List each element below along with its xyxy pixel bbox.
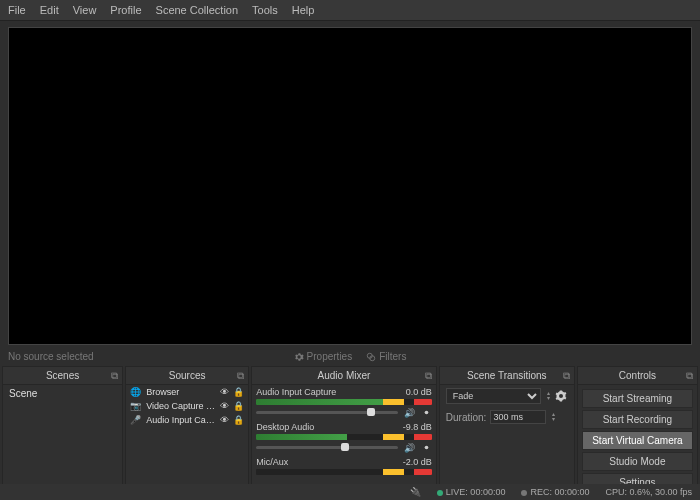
channel-db: -9.8 dB (403, 422, 432, 432)
preview-canvas[interactable] (8, 27, 692, 345)
menu-view[interactable]: View (73, 4, 97, 16)
mixer-title: Audio Mixer (318, 370, 371, 381)
volume-slider[interactable] (256, 411, 398, 414)
menu-scene-collection[interactable]: Scene Collection (156, 4, 239, 16)
popout-icon[interactable]: ⧉ (111, 370, 118, 382)
menu-help[interactable]: Help (292, 4, 315, 16)
transition-select[interactable]: Fade (446, 388, 541, 404)
properties-button[interactable]: Properties (294, 351, 353, 362)
scene-item[interactable]: Scene (3, 385, 122, 402)
sources-title: Sources (169, 370, 206, 381)
channel-name: Desktop Audio (256, 422, 314, 432)
source-label: Browser (146, 387, 216, 397)
menu-bar: FileEditViewProfileScene CollectionTools… (0, 0, 700, 21)
menu-profile[interactable]: Profile (110, 4, 141, 16)
audio-meter (256, 399, 432, 405)
channel-gear-button[interactable] (421, 442, 432, 453)
live-status: LIVE: 00:00:00 (437, 487, 506, 497)
lock-toggle[interactable]: 🔒 (233, 401, 244, 411)
menu-edit[interactable]: Edit (40, 4, 59, 16)
source-toolbar: No source selected Properties Filters (0, 347, 700, 366)
studio-mode-button[interactable]: Studio Mode (582, 452, 693, 471)
lock-toggle[interactable]: 🔒 (233, 415, 244, 425)
visibility-toggle[interactable]: 👁 (220, 415, 229, 425)
filters-button[interactable]: Filters (366, 351, 406, 362)
menu-file[interactable]: File (8, 4, 26, 16)
source-row[interactable]: 🌐Browser👁🔒 (126, 385, 248, 399)
gear-icon (421, 442, 432, 453)
transitions-panel: Scene Transitions⧉ Fade ▴▾ Duration: ▴▾ (439, 366, 575, 500)
no-source-label: No source selected (8, 351, 231, 362)
source-row[interactable]: 📷Video Capture De…👁🔒 (126, 399, 248, 413)
speaker-icon[interactable]: 🔊 (404, 408, 415, 418)
start-virtual-camera-button[interactable]: Start Virtual Camera (582, 431, 693, 450)
globe-icon: 🌐 (130, 387, 142, 397)
controls-panel: Controls⧉ Start StreamingStart Recording… (577, 366, 698, 500)
volume-slider[interactable] (256, 446, 398, 449)
connection-icon: 🔌 (410, 487, 421, 497)
channel-db: -2.0 dB (403, 457, 432, 467)
speaker-icon[interactable]: 🔊 (404, 443, 415, 453)
visibility-toggle[interactable]: 👁 (220, 401, 229, 411)
sources-panel: Sources⧉ 🌐Browser👁🔒📷Video Capture De…👁🔒🎤… (125, 366, 249, 500)
controls-title: Controls (619, 370, 656, 381)
mic-icon: 🎤 (130, 415, 142, 425)
mixer-channel: Desktop Audio-9.8 dB🔊 (252, 420, 436, 455)
mixer-channel: Audio Input Capture0.0 dB🔊 (252, 385, 436, 420)
status-bar: 🔌 LIVE: 00:00:00 REC: 00:00:00 CPU: 0.6%… (0, 484, 700, 500)
start-streaming-button[interactable]: Start Streaming (582, 389, 693, 408)
transition-props-button[interactable] (554, 389, 568, 403)
menu-tools[interactable]: Tools (252, 4, 278, 16)
spinner-icon[interactable]: ▴▾ (547, 391, 550, 401)
popout-icon[interactable]: ⧉ (686, 370, 693, 382)
gear-icon (294, 352, 304, 362)
gear-icon (555, 390, 567, 402)
visibility-toggle[interactable]: 👁 (220, 387, 229, 397)
audio-meter (256, 469, 432, 475)
gear-icon (421, 407, 432, 418)
channel-name: Mic/Aux (256, 457, 288, 467)
popout-icon[interactable]: ⧉ (563, 370, 570, 382)
channel-name: Audio Input Capture (256, 387, 336, 397)
spinner-icon[interactable]: ▴▾ (552, 412, 555, 422)
duration-label: Duration: (446, 412, 487, 423)
popout-icon[interactable]: ⧉ (237, 370, 244, 382)
audio-meter (256, 434, 432, 440)
source-row[interactable]: 🎤Audio Input Capt…👁🔒 (126, 413, 248, 427)
popout-icon[interactable]: ⧉ (425, 370, 432, 382)
camera-icon: 📷 (130, 401, 142, 411)
source-label: Audio Input Capt… (146, 415, 216, 425)
duration-input[interactable] (490, 410, 546, 424)
rec-status: REC: 00:00:00 (521, 487, 589, 497)
scenes-title: Scenes (46, 370, 79, 381)
source-label: Video Capture De… (146, 401, 216, 411)
scenes-panel: Scenes⧉ Scene ＋ − ∧ ∨ (2, 366, 123, 500)
audio-mixer-panel: Audio Mixer⧉ Audio Input Capture0.0 dB🔊D… (251, 366, 437, 500)
start-recording-button[interactable]: Start Recording (582, 410, 693, 429)
transitions-title: Scene Transitions (467, 370, 547, 381)
filter-icon (366, 352, 376, 362)
mixer-channel: Mic/Aux-2.0 dB (252, 455, 436, 479)
cpu-status: CPU: 0.6%, 30.00 fps (605, 487, 692, 497)
lock-toggle[interactable]: 🔒 (233, 387, 244, 397)
channel-db: 0.0 dB (406, 387, 432, 397)
channel-gear-button[interactable] (421, 407, 432, 418)
